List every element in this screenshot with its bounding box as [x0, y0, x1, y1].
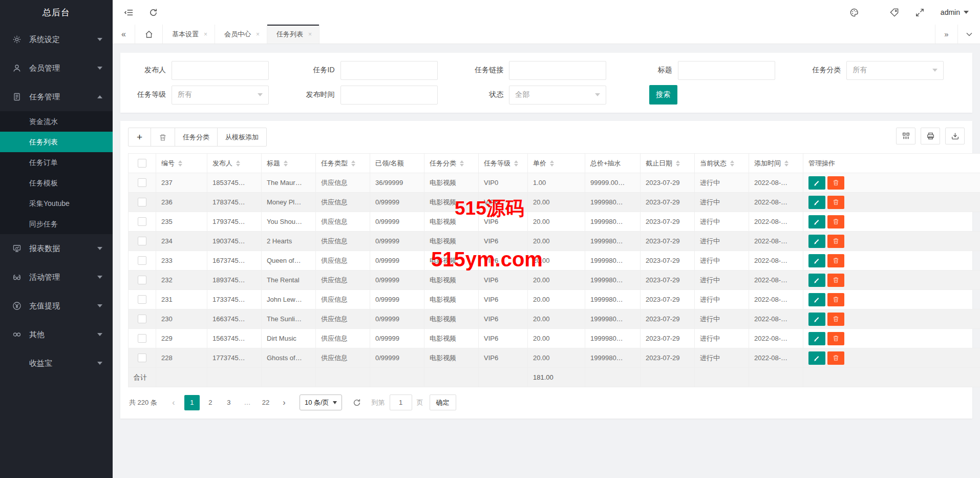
sidebar-subitem[interactable]: 采集Youtube [0, 193, 113, 214]
page-button[interactable]: 2 [203, 395, 218, 410]
sidebar-subitem[interactable]: 任务模板 [0, 173, 113, 193]
print-button[interactable] [921, 128, 940, 144]
row-checkbox[interactable] [138, 276, 146, 284]
delete-rows-button[interactable] [151, 128, 175, 147]
field-input[interactable] [172, 61, 269, 80]
add-from-template-button[interactable]: 从模板添加 [217, 128, 267, 147]
edit-button[interactable] [808, 313, 825, 326]
row-checkbox[interactable] [138, 256, 146, 265]
export-button[interactable] [945, 128, 965, 144]
edit-button[interactable] [808, 196, 825, 209]
row-checkbox[interactable] [138, 198, 146, 206]
page-button-active[interactable]: 1 [184, 395, 200, 410]
row-checkbox[interactable] [138, 295, 146, 304]
columns-toggle-button[interactable] [896, 128, 915, 144]
delete-button[interactable] [827, 313, 844, 326]
delete-button[interactable] [827, 196, 844, 209]
refresh-icon[interactable] [148, 7, 159, 17]
collapse-menu-icon[interactable] [124, 7, 134, 17]
fullscreen-icon[interactable] [915, 7, 925, 17]
tabs-menu-button[interactable] [957, 25, 980, 44]
page-button[interactable]: 3 [221, 395, 237, 410]
delete-button[interactable] [827, 176, 844, 190]
sidebar-item[interactable]: 系统设定 [0, 25, 113, 54]
tab[interactable]: 基本设置× [163, 25, 215, 44]
table-tools [891, 128, 965, 144]
edit-button[interactable] [808, 274, 825, 287]
row-checkbox[interactable] [138, 334, 146, 343]
delete-button[interactable] [827, 351, 844, 365]
sort-icon[interactable] [550, 160, 554, 167]
field-select[interactable]: 全部 [509, 86, 606, 105]
sidebar-item[interactable]: 充值提现 [0, 292, 113, 320]
goto-confirm-button[interactable]: 确定 [430, 394, 456, 410]
sort-icon[interactable] [730, 160, 734, 167]
edit-button[interactable] [808, 351, 825, 365]
delete-button[interactable] [827, 254, 844, 267]
sort-icon[interactable] [784, 160, 789, 167]
delete-button[interactable] [827, 235, 844, 248]
row-checkbox[interactable] [138, 178, 146, 187]
prev-page-button[interactable]: ‹ [166, 395, 181, 410]
delete-button[interactable] [827, 332, 844, 345]
field-select[interactable]: 所有 [172, 86, 269, 105]
edit-button[interactable] [808, 332, 825, 345]
edit-button[interactable] [808, 176, 825, 190]
sidebar-subitem[interactable]: 同步任务 [0, 214, 113, 234]
sort-icon[interactable] [514, 160, 518, 167]
task-category-button[interactable]: 任务分类 [175, 128, 218, 147]
page-button[interactable]: 22 [258, 395, 273, 410]
tabs-scroll-left-button[interactable]: « [113, 25, 135, 44]
sidebar-subitem[interactable]: 资金流水 [0, 111, 113, 132]
sort-icon[interactable] [284, 160, 288, 167]
row-checkbox[interactable] [138, 354, 146, 362]
delete-button[interactable] [827, 293, 844, 306]
palette-icon[interactable] [849, 7, 860, 17]
close-icon[interactable]: × [256, 31, 260, 38]
row-checkbox[interactable] [138, 237, 146, 245]
row-checkbox[interactable] [138, 217, 146, 226]
user-menu[interactable]: admin [941, 8, 969, 16]
sort-icon[interactable] [236, 160, 240, 167]
field-input[interactable] [340, 61, 438, 80]
edit-button[interactable] [808, 235, 825, 248]
sidebar-subitem-active[interactable]: 任务列表 [0, 132, 113, 152]
sort-icon[interactable] [351, 160, 355, 167]
row-checkbox[interactable] [138, 315, 146, 323]
sidebar-item[interactable]: 收益宝 [0, 349, 113, 378]
delete-button[interactable] [827, 215, 844, 228]
sidebar-item[interactable]: 任务管理 [0, 82, 113, 111]
field-input[interactable] [340, 86, 438, 105]
sidebar-item[interactable]: 报表数据 [0, 234, 113, 263]
tag-icon[interactable] [889, 7, 900, 17]
sidebar-item[interactable]: 活动管理 [0, 263, 113, 292]
page-size-select[interactable]: 10 条/页 [300, 394, 342, 410]
field-input[interactable] [509, 61, 606, 80]
select-all-checkbox[interactable] [138, 159, 146, 168]
tab[interactable]: 会员中心× [215, 25, 267, 44]
home-tab[interactable] [135, 25, 163, 44]
sidebar-subitem[interactable]: 任务订单 [0, 152, 113, 173]
sort-icon[interactable] [676, 160, 680, 167]
sidebar-item[interactable]: 其他 [0, 320, 113, 349]
table-refresh-button[interactable] [352, 398, 361, 407]
sort-icon[interactable] [178, 160, 182, 167]
field-select[interactable]: 所有 [846, 61, 944, 80]
edit-button[interactable] [808, 293, 825, 306]
goto-page-input[interactable] [390, 394, 412, 410]
sidebar-item[interactable]: 会员管理 [0, 54, 113, 82]
edit-button[interactable] [808, 215, 825, 228]
sort-icon[interactable] [460, 160, 464, 167]
close-icon[interactable]: × [308, 31, 312, 38]
close-icon[interactable]: × [204, 31, 207, 38]
add-row-button[interactable]: + [128, 128, 151, 147]
edit-button[interactable] [808, 254, 825, 267]
tabs-scroll-right-button[interactable]: » [935, 25, 957, 44]
field-input[interactable] [678, 61, 775, 80]
next-page-button[interactable]: › [276, 395, 292, 410]
search-button[interactable]: 搜索 [649, 85, 677, 105]
column-header-label: 编号 [161, 159, 175, 167]
delete-button[interactable] [827, 274, 844, 287]
tab-active[interactable]: 任务列表× [267, 25, 319, 44]
cell-added: 2022-08-… [749, 348, 803, 368]
